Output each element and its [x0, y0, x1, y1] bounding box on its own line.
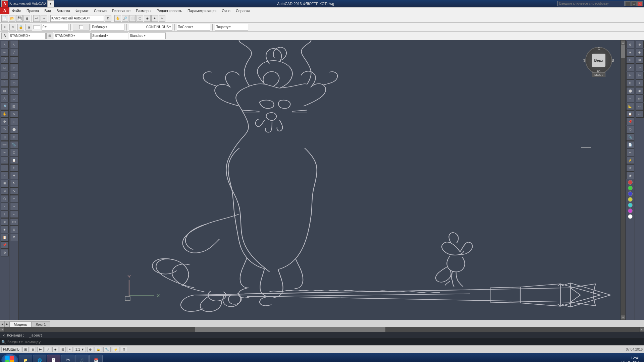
save-btn[interactable]: 💾 — [16, 15, 23, 22]
layer-manager-btn[interactable]: ≡ — [1, 24, 8, 31]
lineweight-dropdown[interactable]: ПоСлою ▼ — [177, 24, 210, 31]
menu-format[interactable]: Формат — [73, 8, 91, 13]
tool2-block[interactable]: ⬤ — [10, 126, 18, 133]
comm-center[interactable]: ⚡ — [112, 347, 119, 352]
tool2-dim[interactable]: ↕ — [10, 118, 18, 125]
rtool-track[interactable]: ⊞ — [626, 56, 634, 64]
tool2-group[interactable]: ⊡ — [10, 149, 18, 156]
color-btn[interactable] — [73, 24, 90, 31]
rtool-quickprop[interactable]: ⚡ — [626, 157, 634, 164]
tool-point[interactable]: · — [1, 203, 9, 210]
farright-btn6[interactable]: ≡ — [636, 79, 644, 87]
tool-move[interactable]: ✥ — [1, 118, 9, 125]
rtool-lw[interactable]: ≡ — [626, 95, 634, 102]
close-cmd-icon[interactable]: ✕ — [3, 333, 5, 338]
menu-window[interactable]: Окно — [219, 8, 233, 13]
tool2-spline[interactable]: ∿ — [10, 87, 18, 95]
workspace-dropdown[interactable]: Классический AutoCAD ▼ — [50, 15, 104, 22]
dropdown-arrow-title[interactable]: ▼ — [47, 0, 54, 7]
tb-extra4[interactable]: ✦ — [151, 15, 158, 22]
menu-parametric[interactable]: Параметризация — [185, 8, 219, 13]
tool2-text[interactable]: A — [10, 110, 18, 118]
menu-draw[interactable]: Рисование — [109, 8, 133, 13]
rtool-osnap[interactable]: ◈ — [626, 49, 634, 56]
tool-extend[interactable]: ↔ — [1, 157, 9, 164]
rtool-ortho[interactable]: ⊢ — [626, 72, 634, 79]
ortho-btn[interactable]: ⊢ — [37, 347, 44, 352]
tool-mirror[interactable]: ⟺ — [1, 141, 9, 148]
tool-trim[interactable]: ✂ — [1, 149, 9, 156]
taskbar-explorer[interactable]: 📁 — [19, 355, 32, 362]
model-status[interactable]: РМОДЕЛЬ — [1, 347, 21, 352]
color-green[interactable] — [628, 186, 633, 190]
search-input[interactable] — [557, 1, 625, 6]
tool-layer[interactable]: 📌 — [1, 241, 9, 249]
undo-btn[interactable]: ↩ — [33, 15, 40, 22]
mleader-style-dropdown[interactable]: Standard ▼ — [129, 33, 166, 39]
tool-select[interactable]: ↖ — [1, 41, 9, 48]
tool-pencil[interactable]: ✏ — [1, 49, 9, 56]
farright-btn5[interactable]: ⊢ — [636, 72, 644, 79]
msk-button[interactable]: МСК ↓ — [592, 72, 605, 77]
taskbar-photoshop[interactable]: Ps — [61, 355, 74, 362]
tool2-circle[interactable]: ○ — [10, 64, 18, 71]
scroll-track[interactable] — [621, 45, 625, 315]
viewcube-center[interactable]: Верх — [592, 54, 605, 67]
tool2-fillet[interactable]: ⌐ — [10, 210, 18, 218]
rtool-block[interactable]: ⬡ — [626, 126, 634, 133]
otrack-btn[interactable]: ⊟ — [60, 347, 66, 352]
dim-style-icon[interactable]: ⊞ — [46, 33, 53, 39]
color-blue[interactable] — [628, 191, 633, 196]
rtool-prop[interactable]: 📋 — [626, 110, 634, 118]
tool2-hatch[interactable]: ▨ — [10, 103, 18, 110]
rtool-xref[interactable]: 📎 — [626, 133, 634, 141]
tool2-poly[interactable]: ⬡ — [10, 79, 18, 87]
rtool-markup[interactable]: ✏ — [626, 149, 634, 156]
minimize-button[interactable]: — — [625, 1, 631, 6]
open-btn[interactable]: 📂 — [9, 15, 15, 22]
tool2-select[interactable]: ↖ — [10, 41, 18, 48]
tool-offset[interactable]: ≡ — [1, 172, 9, 179]
tool2-line[interactable]: ╱ — [10, 49, 18, 56]
redo-btn[interactable]: ↪ — [41, 15, 47, 22]
farright-btn4[interactable]: ↗ — [636, 64, 644, 71]
menu-file[interactable]: Файл — [9, 8, 24, 13]
new-btn[interactable]: 📄 — [1, 15, 8, 22]
layer-btn4[interactable]: 🖨 — [25, 24, 32, 31]
menu-dimension[interactable]: Размеры — [133, 8, 154, 13]
polar-btn[interactable]: ↗ — [45, 347, 51, 352]
tool2-rect[interactable]: □ — [10, 72, 18, 79]
rtool-layer[interactable]: 📌 — [626, 118, 634, 125]
menu-tools[interactable]: Сервис — [91, 8, 109, 13]
tool-array[interactable]: ⊞ — [1, 180, 9, 187]
osnap-btn[interactable]: ◈ — [52, 347, 58, 352]
tool-snap[interactable]: ⊕ — [1, 218, 9, 226]
menu-view[interactable]: Вид — [42, 8, 54, 13]
menu-edit[interactable]: Правка — [24, 8, 42, 13]
color-red[interactable] — [628, 180, 633, 185]
farright-btn3[interactable]: ⊞ — [636, 56, 644, 64]
viewcube[interactable]: С Ю 3 В Верх МСК ↓ — [584, 47, 614, 77]
tool-text[interactable]: A — [1, 95, 9, 102]
options-btn[interactable]: ⚙ — [121, 347, 127, 352]
scroll-left-button[interactable]: ◄ — [0, 327, 5, 332]
bottom-scrollbar[interactable]: ◄ ► — [0, 327, 644, 332]
tool-fillet[interactable]: ⌐ — [1, 164, 9, 172]
layer-dropdown[interactable]: 0 ▼ — [42, 24, 68, 31]
menu-insert[interactable]: Вставка — [54, 8, 73, 13]
tool-scale[interactable]: ⇲ — [1, 187, 9, 195]
tool2-rotate[interactable]: ↻ — [10, 180, 18, 187]
restore-button[interactable]: □ — [631, 1, 637, 6]
tb-extra3[interactable]: ◈ — [144, 15, 151, 22]
taskbar-app5[interactable]: 🎵 — [75, 355, 89, 362]
color-yellow[interactable] — [628, 197, 633, 202]
tool2-copy[interactable]: ⎘ — [10, 164, 18, 172]
settings-btn[interactable]: 🔧 — [103, 347, 111, 352]
tool2-ellipse[interactable]: ⬭ — [10, 95, 18, 102]
tab-scroll-right[interactable]: ► — [5, 321, 9, 327]
plotstyle-dropdown[interactable]: Поцвету ▼ — [215, 24, 248, 31]
tool2-mirror[interactable]: ⟺ — [10, 218, 18, 226]
grid-btn[interactable]: ⊞ — [22, 347, 29, 352]
linetype-dropdown[interactable]: CONTINUOUS ▼ — [129, 24, 172, 31]
workspace-lock[interactable]: 🔒 — [95, 347, 102, 352]
